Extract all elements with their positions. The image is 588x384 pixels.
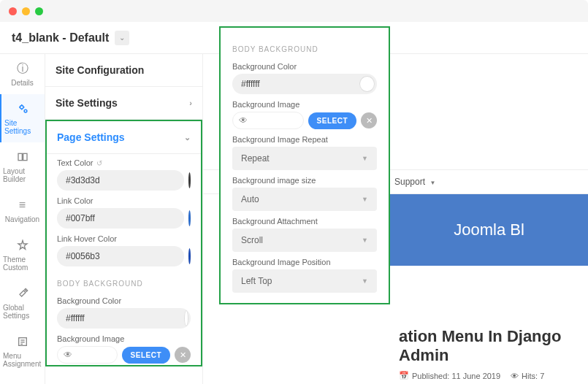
rail-global-settings[interactable]: Global Settings: [0, 279, 45, 327]
float-bg-color-label: Background Color: [232, 62, 377, 71]
rail-details[interactable]: ⓘ Details: [0, 54, 45, 94]
bg-color-swatch[interactable]: [184, 310, 188, 326]
body-background-panel: BODY BACKGROUND Background Color Backgro…: [219, 26, 390, 304]
caret-down-icon: ▼: [429, 180, 435, 186]
float-size-select[interactable]: Auto▼: [232, 188, 377, 211]
list-icon: [15, 334, 30, 349]
nav-icon: ≡: [15, 198, 30, 212]
link-color-input[interactable]: [57, 208, 184, 229]
float-repeat-select[interactable]: Repeat▼: [232, 147, 377, 170]
float-bg-color-swatch[interactable]: [359, 76, 375, 92]
rail-label: Menu Assignment: [3, 352, 42, 368]
float-bg-color-input[interactable]: [232, 74, 359, 94]
section-site-configuration[interactable]: Site Configuration: [45, 54, 202, 87]
bg-image-select-button[interactable]: SELECT: [122, 347, 170, 364]
svg-point-0: [20, 106, 23, 110]
rail-label: Site Settings: [4, 119, 42, 135]
gears-icon: [16, 101, 31, 116]
rail-label: Layout Builder: [3, 167, 42, 183]
body-bg-header: BODY BACKGROUND: [57, 272, 191, 288]
rail-menu-assignment[interactable]: Menu Assignment: [0, 327, 45, 375]
link-hover-input[interactable]: [57, 246, 184, 266]
article-hits: 👁 Hits: 7: [511, 371, 544, 380]
page-title: t4_blank - Default: [12, 31, 109, 45]
window-close-dot[interactable]: [9, 7, 17, 15]
link-color-swatch[interactable]: [188, 210, 191, 226]
caret-down-icon: ▼: [362, 196, 368, 203]
bg-color-label: Background Color: [57, 296, 191, 305]
bg-image-preview[interactable]: 👁: [57, 346, 118, 364]
window-chrome: [0, 0, 588, 22]
eye-icon: 👁: [64, 350, 72, 360]
link-color-label: Link Color: [57, 196, 191, 205]
preview-article: ation Menu In Django Admin 📅 Published: …: [390, 320, 588, 384]
rail-label: Details: [11, 79, 34, 87]
float-bg-image-preview[interactable]: 👁: [232, 112, 304, 129]
caret-down-icon: ▼: [362, 277, 368, 285]
float-pos-label: Background Image Position: [232, 258, 377, 266]
rail-site-settings[interactable]: Site Settings: [0, 94, 45, 142]
bg-color-input[interactable]: [57, 308, 184, 329]
float-header: BODY BACKGROUND: [232, 38, 377, 53]
theme-icon: [15, 238, 30, 253]
svg-rect-3: [23, 153, 26, 160]
reset-icon[interactable]: ↺: [96, 159, 102, 167]
chevron-right-icon: ›: [189, 99, 192, 107]
float-bg-image-clear-button[interactable]: ✕: [361, 112, 377, 128]
float-size-label: Background image size: [232, 176, 377, 185]
left-rail: ⓘ Details Site Settings Layout Builder ≡…: [0, 54, 45, 384]
tools-icon: [15, 286, 30, 301]
rail-label: Navigation: [5, 215, 39, 223]
text-color-swatch[interactable]: [188, 172, 191, 188]
chevron-down-icon: ⌄: [184, 133, 191, 142]
settings-panel: Site Configuration Site Settings › Page …: [45, 54, 203, 384]
rail-label: Theme Custom: [3, 256, 42, 272]
float-pos-select[interactable]: Left Top▼: [232, 269, 377, 293]
float-attach-select[interactable]: Scroll▼: [232, 229, 377, 252]
float-repeat-label: Background Image Repeat: [232, 135, 377, 144]
page-settings-highlight: Page Settings ⌄ Text Color ↺ Link Color: [45, 120, 202, 366]
text-color-input[interactable]: [57, 170, 184, 191]
window-max-dot[interactable]: [35, 7, 43, 15]
nav-support[interactable]: Support ▼: [394, 177, 435, 187]
window-min-dot[interactable]: [22, 7, 30, 15]
title-dropdown[interactable]: ⌄: [115, 31, 129, 45]
text-color-label: Text Color ↺: [57, 158, 191, 167]
rail-label: Global Settings: [3, 304, 42, 320]
layout-icon: [15, 150, 30, 164]
rail-layout-builder[interactable]: Layout Builder: [0, 142, 45, 191]
article-title: ation Menu In Django Admin: [399, 327, 588, 365]
bg-image-label: Background Image: [57, 334, 191, 343]
preview-banner: Joomla Bl: [390, 194, 588, 266]
caret-down-icon: ▼: [362, 237, 368, 244]
section-page-settings[interactable]: Page Settings ⌄: [47, 121, 201, 154]
eye-icon: 👁: [239, 115, 248, 126]
float-bg-image-select-button[interactable]: SELECT: [308, 112, 356, 129]
svg-rect-2: [18, 153, 22, 160]
link-hover-label: Link Hover Color: [57, 234, 191, 243]
info-icon: ⓘ: [15, 61, 30, 76]
section-site-settings[interactable]: Site Settings ›: [45, 87, 202, 120]
svg-point-1: [24, 110, 27, 112]
rail-navigation[interactable]: ≡ Navigation: [0, 191, 45, 231]
caret-down-icon: ▼: [362, 155, 368, 162]
float-bg-image-label: Background Image: [232, 100, 377, 109]
article-published: 📅 Published: 11 June 2019: [399, 371, 500, 380]
float-attach-label: Background Attachment: [232, 217, 377, 226]
bg-image-clear-button[interactable]: ✕: [175, 347, 191, 363]
link-hover-swatch[interactable]: [188, 248, 191, 264]
rail-theme-custom[interactable]: Theme Custom: [0, 231, 45, 279]
